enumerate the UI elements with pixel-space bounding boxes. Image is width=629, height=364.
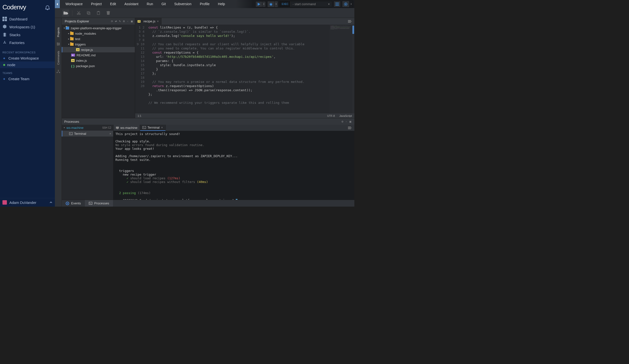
nav-label: Factories <box>9 41 25 45</box>
tree-project-root[interactable]: ▾ zapier-platform-example-app-trigger <box>62 25 135 31</box>
nav-factories[interactable]: Factories <box>0 39 55 46</box>
side-tab-projects[interactable]: Projects <box>56 25 60 39</box>
nav-label: Stacks <box>9 33 20 37</box>
code-content[interactable]: const listRecipes = (z, bundle) => { // … <box>147 25 329 113</box>
menu-help[interactable]: Help <box>214 0 229 8</box>
delete-button[interactable] <box>105 9 112 16</box>
minimize-icon[interactable]: ▫ <box>126 20 130 23</box>
footer-tab-processes[interactable]: Processes <box>85 200 113 207</box>
svg-rect-1 <box>5 17 7 19</box>
machine-name: ws-machine <box>66 126 83 130</box>
collapse-icon[interactable]: ⇄ <box>114 20 118 23</box>
user-footer[interactable]: Adam DuVander <box>0 198 55 207</box>
editor-tab-menu[interactable] <box>345 18 354 25</box>
svg-point-13 <box>79 13 80 14</box>
paste-button[interactable] <box>95 9 102 16</box>
side-tab-commands[interactable]: Commands <box>56 49 60 67</box>
gear-icon[interactable]: ⚙ <box>341 120 344 123</box>
nav-label: Dashboard <box>9 17 27 21</box>
factories-icon <box>2 40 7 45</box>
gear-icon[interactable]: ⚙ <box>122 20 126 23</box>
workspace-item-node[interactable]: node <box>0 61 55 68</box>
nav-workspaces[interactable]: Workspaces (1) <box>0 23 55 31</box>
top-menu-bar: Workspace Project Edit Assistant Run Git… <box>55 0 354 8</box>
menu-project[interactable]: Project <box>87 0 106 8</box>
tree-file-index[interactable]: JS index.js <box>62 58 135 63</box>
create-team-link[interactable]: + Create Team <box>0 76 55 82</box>
dashboard-icon <box>2 17 7 21</box>
cursor-position: 1:1 <box>138 114 141 117</box>
svg-rect-27 <box>348 20 351 21</box>
link-icon[interactable]: ✎ <box>118 20 122 23</box>
tree-folder-node-modules[interactable]: ▸ node_modules <box>62 31 135 36</box>
process-tab-menu[interactable] <box>345 125 354 131</box>
editor-tab-recipe[interactable]: JS recipe.js × <box>135 18 161 25</box>
maximize-icon[interactable]: ▣ <box>130 20 133 23</box>
process-tab-ws-machine[interactable]: ws-machine <box>114 125 140 131</box>
new-project-button[interactable] <box>62 9 69 16</box>
svg-rect-7 <box>335 5 339 6</box>
nav-stacks[interactable]: Stacks <box>0 31 55 39</box>
terminal-output[interactable]: This project is structurally sound! Chec… <box>114 131 354 200</box>
close-tab-icon[interactable]: × <box>157 19 159 23</box>
ssh-badge[interactable]: SSH <box>102 126 111 129</box>
debug-button[interactable] <box>268 1 274 7</box>
tree-folder-triggers[interactable]: ▾ triggers <box>62 42 135 47</box>
sidebar-header: Codenvy <box>0 0 55 13</box>
menu-run[interactable]: Run <box>143 0 157 8</box>
editor-body[interactable]: 1 2 3 4 5 6 7 8 9 10 11 12 13 14 15 16 1… <box>135 25 354 113</box>
commands-config-icon[interactable] <box>56 70 60 74</box>
projects-config-icon[interactable] <box>56 42 60 46</box>
chevron-down-icon: ▾ <box>67 43 70 45</box>
left-sidebar: Codenvy Dashboard Workspaces (1) Stacks … <box>0 0 55 207</box>
close-icon[interactable]: × <box>161 126 163 129</box>
menu-subversion[interactable]: Subversion <box>170 0 196 8</box>
workbench: Projects Commands Projects Explorer ⟳ ⇄ … <box>55 18 354 207</box>
create-ws-label: Create Workspace <box>8 56 39 60</box>
tree-folder-test[interactable]: ▸ test <box>62 36 135 42</box>
refresh-icon[interactable]: ⟳ <box>110 20 114 23</box>
tab-label: recipe.js <box>144 19 155 23</box>
minimap[interactable]: const listRecipes = (z, bundle) => { // … <box>329 25 352 113</box>
run-button[interactable] <box>256 1 262 7</box>
tree-file-package[interactable]: { } package.json <box>62 63 135 69</box>
process-tab-terminal[interactable]: Terminal × <box>140 125 166 131</box>
bottom-panel: Processes ⚙ ▫ ▣ ▾ ws-machine SSH <box>62 118 354 200</box>
close-icon[interactable]: × <box>109 132 111 135</box>
notifications-icon[interactable] <box>44 4 50 10</box>
list-view-button[interactable] <box>334 1 341 7</box>
cut-button[interactable] <box>75 9 82 16</box>
file-label: index.js <box>76 59 87 62</box>
machine-row[interactable]: ▾ ws-machine SSH <box>62 125 113 130</box>
menu-profile[interactable]: Profile <box>196 0 214 8</box>
scrollbar-thumb[interactable] <box>352 26 354 34</box>
brand-logo[interactable]: Codenvy <box>2 3 26 11</box>
vertical-scrollbar[interactable] <box>352 25 354 113</box>
svg-rect-17 <box>98 11 99 12</box>
chevron-down-icon: ▾ <box>64 126 65 129</box>
menu-git[interactable]: Git <box>157 0 170 8</box>
tree-file-recipe[interactable]: JS recipe.js <box>62 47 135 52</box>
svg-rect-37 <box>348 129 351 129</box>
menu-edit[interactable]: Edit <box>106 0 120 8</box>
create-workspace-link[interactable]: + Create Workspace <box>0 55 55 61</box>
menu-assistant[interactable]: Assistant <box>120 0 143 8</box>
maximize-icon[interactable]: ▣ <box>348 120 352 123</box>
debug-control: ▾ <box>267 1 278 7</box>
footer-tab-events[interactable]: Events <box>62 200 85 207</box>
exec-tag: EXEC <box>280 1 291 7</box>
target-button[interactable] <box>342 1 349 7</box>
target-dropdown[interactable]: ▾ <box>349 1 353 7</box>
menu-workspace[interactable]: Workspace <box>61 0 87 8</box>
svg-point-9 <box>345 4 346 5</box>
terminal-row[interactable]: Terminal × <box>62 130 113 136</box>
copy-button[interactable] <box>85 9 92 16</box>
run-dropdown[interactable]: ▾ <box>262 1 266 7</box>
nav-dashboard[interactable]: Dashboard <box>0 15 55 23</box>
debug-dropdown[interactable]: ▾ <box>274 1 278 7</box>
new-terminal-icon[interactable] <box>108 126 111 129</box>
back-button[interactable] <box>55 0 60 8</box>
minimize-icon[interactable]: ▫ <box>344 120 348 123</box>
command-select[interactable]: - start command ▼ <box>291 1 332 7</box>
tree-file-readme[interactable]: M↓ README.md <box>62 52 135 58</box>
